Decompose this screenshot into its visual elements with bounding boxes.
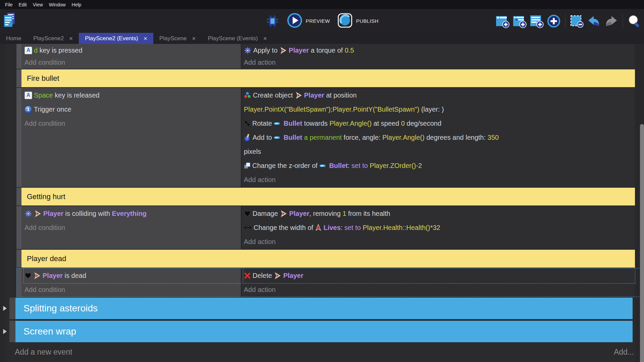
text-segment: degrees and length:: [425, 134, 488, 141]
text-segment: key is pressed: [38, 47, 82, 54]
menu-item-help[interactable]: Help: [69, 2, 85, 7]
close-icon[interactable]: ×: [192, 35, 196, 42]
action[interactable]: Player.PointX("BulletSpawn");Player.Poin…: [244, 102, 634, 116]
search-icon[interactable]: [627, 14, 641, 28]
condition[interactable]: Player is dead: [24, 268, 241, 283]
physics-icon: [24, 210, 32, 218]
add-condition-button[interactable]: Add condition: [24, 116, 241, 130]
menu-item-edit[interactable]: Edit: [16, 2, 30, 7]
group-row[interactable]: Screen wrap: [9, 321, 644, 342]
event-drag-handle[interactable]: [16, 44, 21, 69]
add-subevent-icon[interactable]: [513, 14, 527, 28]
close-icon[interactable]: ×: [263, 35, 267, 42]
add-action-button[interactable]: Add action: [244, 283, 634, 297]
text-segment: 0: [401, 120, 405, 127]
text-segment: Player: [43, 210, 63, 218]
add-new-icon[interactable]: [547, 14, 561, 28]
redo-icon[interactable]: [604, 14, 618, 28]
debug-icon[interactable]: [266, 14, 280, 28]
text-segment: Player.PointX("BulletSpawn");Player.Poin…: [244, 106, 419, 113]
player-icon: [295, 92, 303, 99]
tab-bar: HomePlayScene2×PlayScene2 (Events)×PlayS…: [0, 33, 644, 44]
delete-selection-icon[interactable]: [570, 14, 584, 28]
group-disclosure-icon[interactable]: [3, 306, 7, 311]
publish-button[interactable]: PUBLISH: [337, 13, 378, 29]
add-condition-button[interactable]: Add condition: [24, 56, 241, 68]
event-drag-handle[interactable]: [16, 268, 21, 297]
tab-home[interactable]: Home: [0, 33, 27, 44]
add-comment-icon[interactable]: [530, 14, 544, 28]
event-row[interactable]: Player is colliding with EverythingAdd c…: [16, 206, 644, 249]
tab-label: PlayScene2 (Events): [85, 35, 138, 42]
width-icon: [244, 225, 252, 230]
comment-row[interactable]: Getting hurt: [16, 188, 644, 205]
text-segment: towards: [302, 120, 329, 127]
action[interactable]: Add to Bullet a permanent force, angle: …: [244, 130, 634, 144]
add-new-event-button[interactable]: Add a new event: [15, 348, 72, 357]
player-icon: [33, 272, 41, 280]
menu-item-file[interactable]: File: [2, 2, 16, 7]
comment-row[interactable]: Player dead: [16, 250, 644, 267]
group-row[interactable]: Splitting asteroids: [9, 298, 644, 319]
undo-icon[interactable]: [587, 14, 601, 28]
add-condition-button[interactable]: Add condition: [24, 221, 241, 235]
event-row[interactable]: Player is deadAdd conditionDelete Player…: [16, 268, 644, 297]
conditions-list: Player is colliding with Everything: [24, 206, 241, 221]
menu-item-window[interactable]: Window: [46, 2, 69, 7]
text-segment: 350: [488, 134, 499, 141]
text-segment: set to: [344, 224, 363, 232]
add-event-icon[interactable]: [495, 14, 509, 28]
text-segment: from its health: [346, 210, 390, 218]
text-segment: :: [348, 162, 352, 170]
group-disclosure-icon[interactable]: [3, 329, 7, 335]
add-action-button[interactable]: Add action: [244, 173, 634, 187]
condition[interactable]: Ad key is pressed: [24, 44, 241, 56]
add-action-button[interactable]: Add action: [244, 56, 634, 68]
action[interactable]: Create object Player at position: [244, 88, 634, 102]
bullet-icon: [274, 135, 282, 140]
close-icon[interactable]: ×: [144, 35, 147, 42]
event-drag-handle: [16, 188, 21, 205]
tab-playscene[interactable]: PlayScene×: [153, 33, 202, 44]
close-icon[interactable]: ×: [69, 35, 73, 42]
action[interactable]: pixels: [244, 144, 634, 159]
create-object-icon: [244, 92, 251, 99]
text-segment: d: [34, 47, 38, 54]
action[interactable]: Change the z-order of Bullet: set to Pla…: [244, 159, 634, 173]
action[interactable]: Apply to Player a torque of 0.5: [244, 44, 634, 56]
event-drag-handle[interactable]: [16, 206, 21, 249]
preview-button[interactable]: PREVIEW: [287, 13, 330, 29]
keyboard-key-icon: A: [24, 92, 32, 99]
event-row[interactable]: Ad key is pressedAdd conditionApply to P…: [16, 44, 644, 69]
add-button[interactable]: Add...: [614, 348, 634, 357]
scrollbar-thumb[interactable]: [640, 124, 644, 362]
condition[interactable]: Player is colliding with Everything: [24, 206, 241, 221]
event-drag-handle[interactable]: [16, 88, 21, 187]
tab-playscene2[interactable]: PlayScene2×: [27, 33, 79, 44]
comment-row[interactable]: Fire bullet: [16, 69, 644, 87]
condition[interactable]: ASpace key is released: [24, 88, 241, 102]
event-row[interactable]: ASpace key is released1Trigger onceAdd c…: [16, 88, 644, 187]
text-segment: Player.Health::Health()*32: [363, 224, 440, 232]
condition[interactable]: 1Trigger once: [24, 102, 241, 116]
text-segment: a torque of: [309, 47, 345, 54]
text-segment: Player: [289, 47, 309, 54]
tab-playscene-events[interactable]: PlayScene (Events)×: [202, 33, 273, 44]
text-segment: Change the z-order of: [252, 162, 319, 170]
menu-item-view[interactable]: View: [30, 2, 46, 7]
text-segment: a permanent: [302, 134, 342, 141]
actions-list: Damage Player, removing 1 from its healt…: [244, 206, 634, 235]
publish-sphere-icon: [337, 13, 353, 29]
text-segment: Player: [304, 92, 324, 99]
player-icon: [34, 210, 42, 218]
action[interactable]: Damage Player, removing 1 from its healt…: [244, 206, 634, 221]
player-icon: [280, 210, 287, 218]
gdevelop-logo-icon[interactable]: [3, 11, 15, 32]
tab-playscene2-events[interactable]: PlayScene2 (Events)×: [79, 33, 153, 44]
action[interactable]: Rotate Bullet towards Player.Angle() at …: [244, 116, 634, 130]
add-action-button[interactable]: Add action: [244, 235, 634, 249]
add-condition-button[interactable]: Add condition: [24, 283, 241, 297]
action[interactable]: Change the width of Lives: set to Player…: [244, 221, 634, 235]
action[interactable]: Delete Player: [244, 268, 634, 283]
main-toolbar: PREVIEW PUBLISH: [0, 9, 644, 33]
